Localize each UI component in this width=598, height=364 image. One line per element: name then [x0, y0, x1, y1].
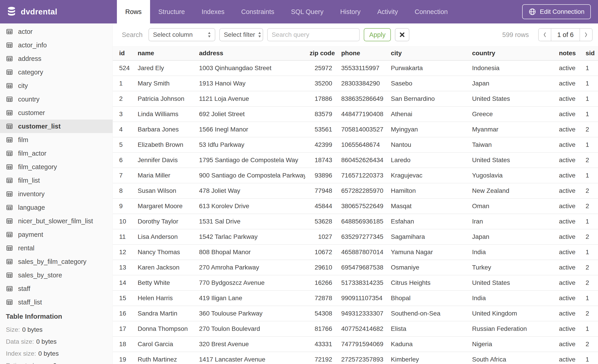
cell-name: Donna Thompson	[133, 321, 194, 337]
cell-name: Betty White	[133, 275, 194, 291]
previous-page-button[interactable]	[539, 29, 551, 41]
sidebar-item-city[interactable]: city	[0, 79, 113, 92]
sidebar-item-nicer_but_slower_film_list[interactable]: nicer_but_slower_film_list	[0, 214, 113, 228]
cell-phone: 716571220373	[337, 168, 386, 183]
column-header-country[interactable]: country	[468, 46, 555, 60]
sidebar-item-label: rental	[18, 244, 34, 252]
next-page-button[interactable]	[580, 29, 592, 41]
table-row[interactable]: 3Linda Williams692 Joliet Street83579448…	[113, 106, 598, 122]
table-row[interactable]: 2Patricia Johnson1121 Loja Avenue1788683…	[113, 91, 598, 106]
tab-history[interactable]: History	[332, 0, 369, 24]
column-header-notes[interactable]: notes	[555, 46, 581, 60]
tab-connection[interactable]: Connection	[407, 0, 456, 24]
column-header-id[interactable]: id	[113, 46, 133, 60]
cell-notes: active	[555, 153, 581, 168]
cell-zip: 45844	[305, 198, 337, 214]
column-header-address[interactable]: address	[194, 46, 305, 60]
cell-zip: 54308	[305, 306, 337, 321]
table-row[interactable]: 13Karen Jackson270 Amroha Parkway2961069…	[113, 260, 598, 275]
sidebar-item-film_list[interactable]: film_list	[0, 174, 113, 187]
column-header-phone[interactable]: phone	[337, 46, 386, 60]
tab-constraints[interactable]: Constraints	[233, 0, 283, 24]
sidebar-item-film_category[interactable]: film_category	[0, 160, 113, 174]
tab-sql-query[interactable]: SQL Query	[282, 0, 332, 24]
tab-structure[interactable]: Structure	[150, 0, 193, 24]
table-row[interactable]: 18Carol Garcia320 Brest Avenue4333174779…	[113, 337, 598, 352]
table-row[interactable]: 12Nancy Thomas808 Bhopal Manor1067246588…	[113, 244, 598, 260]
cell-country: United States	[468, 153, 555, 168]
content: Search Select column Select filter	[113, 24, 598, 364]
tab-indexes[interactable]: Indexes	[193, 0, 233, 24]
table-row[interactable]: 14Betty White770 Bydgoszcz Avenue1626651…	[113, 275, 598, 291]
sidebar-item-address[interactable]: address	[0, 52, 113, 65]
clear-search-button[interactable]	[395, 28, 409, 41]
table-info-value: 0	[53, 362, 57, 364]
sidebar-item-sales_by_film_category[interactable]: sales_by_film_category	[0, 255, 113, 268]
cell-phone: 407752414682	[337, 321, 386, 337]
search-query-input[interactable]	[267, 28, 360, 41]
cell-phone: 448477190408	[337, 106, 386, 122]
table-row[interactable]: 4Barbara Jones1566 Inegl Manor5356170581…	[113, 122, 598, 137]
cell-address: 900 Santiago de Compostela Parkway	[194, 168, 305, 183]
cell-notes: active	[555, 168, 581, 183]
table-row[interactable]: 5Elizabeth Brown53 Idfu Parkway423991065…	[113, 137, 598, 153]
sidebar-item-payment[interactable]: payment	[0, 228, 113, 241]
table-list: actor actor_info address category	[0, 25, 113, 309]
sidebar-item-actor[interactable]: actor	[0, 25, 113, 38]
table-row[interactable]: 9Margaret Moore613 Korolev Drive45844380…	[113, 198, 598, 214]
sidebar-item-rental[interactable]: rental	[0, 241, 113, 255]
column-header-name[interactable]: name	[133, 46, 194, 60]
table-row[interactable]: 17Donna Thompson270 Toulon Boulevard8176…	[113, 321, 598, 337]
sidebar-item-film_actor[interactable]: film_actor	[0, 146, 113, 160]
column-header-sid[interactable]: sid	[581, 46, 598, 60]
column-header-zip-code[interactable]: zip code	[305, 46, 337, 60]
table-row[interactable]: 1Mary Smith1913 Hanoi Way352002830338429…	[113, 76, 598, 91]
sidebar-item-language[interactable]: language	[0, 201, 113, 214]
sidebar-item-customer[interactable]: customer	[0, 106, 113, 120]
table-row[interactable]: 16Sandra Martin360 Toulouse Parkway54308…	[113, 306, 598, 321]
sidebar-item-film[interactable]: film	[0, 133, 113, 146]
tab-activity[interactable]: Activity	[369, 0, 407, 24]
cell-city: Osmaniye	[386, 260, 468, 275]
table-row[interactable]: 524Jared Ely1003 Qinhuangdao Street25972…	[113, 60, 598, 76]
apply-button[interactable]: Apply	[364, 28, 391, 41]
cell-phone: 949312333307	[337, 306, 386, 321]
table-row[interactable]: 8Susan Wilson478 Joliet Way7794865728228…	[113, 183, 598, 198]
sidebar-item-actor_info[interactable]: actor_info	[0, 38, 113, 52]
table-row[interactable]: 7Maria Miller900 Santiago de Compostela …	[113, 168, 598, 183]
tab-rows[interactable]: Rows	[117, 0, 150, 24]
column-select[interactable]: Select column	[149, 28, 215, 41]
table-row[interactable]: 11Lisa Anderson1542 Tarlac Parkway102763…	[113, 229, 598, 244]
filter-select[interactable]: Select filter	[219, 28, 263, 41]
sidebar-item-inventory[interactable]: inventory	[0, 187, 113, 201]
sidebar-item-staff_list[interactable]: staff_list	[0, 295, 113, 309]
sidebar-item-sales_by_store[interactable]: sales_by_store	[0, 268, 113, 282]
column-header-city[interactable]: city	[386, 46, 468, 60]
table-row[interactable]: 6Jennifer Davis1795 Santiago de Composte…	[113, 153, 598, 168]
table-row[interactable]: 19Ruth Martinez1417 Lancaster Avenue7219…	[113, 352, 598, 364]
cell-zip: 53561	[305, 122, 337, 137]
sidebar-item-category[interactable]: category	[0, 65, 113, 79]
sidebar-item-customer_list[interactable]: customer_list	[0, 120, 113, 133]
search-toolbar: Search Select column Select filter	[113, 24, 598, 46]
sidebar-item-label: staff	[18, 285, 30, 292]
cell-name: Barbara Jones	[133, 122, 194, 137]
table-icon	[6, 28, 13, 35]
cell-city: Purwakarta	[386, 60, 468, 76]
cell-city: Kaduna	[386, 337, 468, 352]
table-row[interactable]: 10Dorothy Taylor1531 Sal Drive5362864885…	[113, 214, 598, 229]
table-icon	[6, 109, 13, 116]
cell-address: 692 Joliet Street	[194, 106, 305, 122]
cell-zip: 83579	[305, 106, 337, 122]
table-row[interactable]: 15Helen Harris419 Iligan Lane72878990911…	[113, 291, 598, 306]
table-info-value: 0 bytes	[38, 350, 59, 357]
sidebar-item-label: sales_by_store	[18, 272, 62, 279]
table-icon	[6, 218, 13, 225]
search-label: Search	[122, 31, 143, 39]
cell-address: 1566 Inegl Manor	[194, 122, 305, 137]
sidebar-item-staff[interactable]: staff	[0, 282, 113, 295]
cell-country: New Zealand	[468, 183, 555, 198]
edit-connection-button[interactable]: Edit Connection	[522, 4, 591, 19]
cell-zip: 25972	[305, 60, 337, 76]
sidebar-item-country[interactable]: country	[0, 92, 113, 106]
